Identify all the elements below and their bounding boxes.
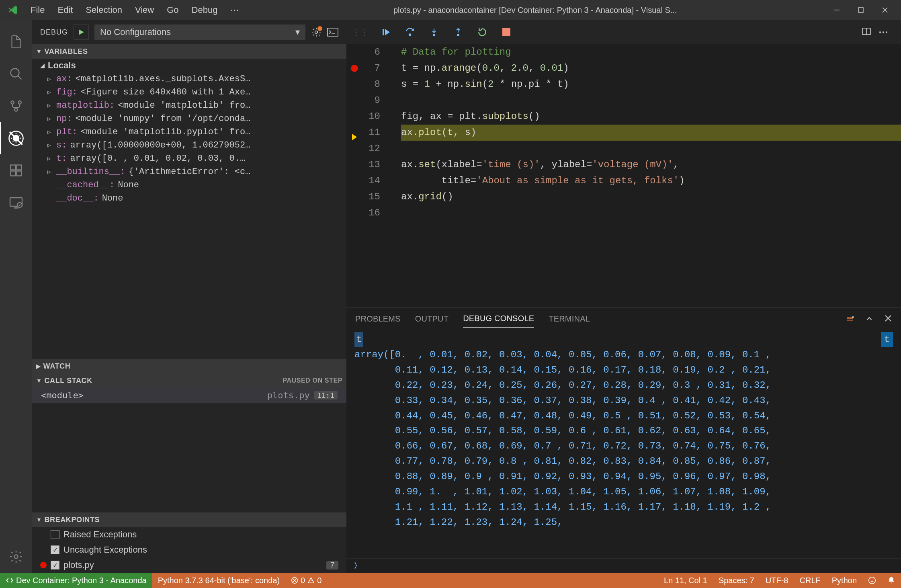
svg-point-3 bbox=[11, 101, 14, 104]
variable-row[interactable]: ▷plt: <module 'matplotlib.pyplot' fro… bbox=[32, 125, 346, 139]
variables-section-header[interactable]: ▼ VARIABLES bbox=[32, 44, 346, 59]
stop-button[interactable] bbox=[494, 20, 518, 44]
status-problems[interactable]: 0 0 bbox=[285, 573, 327, 588]
step-into-button[interactable] bbox=[422, 20, 446, 44]
console-prompt[interactable]: 〉 bbox=[346, 558, 901, 573]
menu-debug[interactable]: Debug bbox=[185, 2, 224, 18]
status-eol[interactable]: CRLF bbox=[794, 573, 826, 588]
activity-extensions[interactable] bbox=[0, 154, 32, 186]
variable-value: <matplotlib.axes._subplots.AxesS… bbox=[76, 74, 251, 84]
line-number: 6 bbox=[362, 44, 380, 60]
variable-row[interactable]: ▷fig: <Figure size 640x480 with 1 Axe… bbox=[32, 86, 346, 99]
debug-sidebar: DEBUG No Configurations ▾ ▼ VARIABLES ◢ bbox=[32, 20, 346, 573]
restart-button[interactable] bbox=[470, 20, 494, 44]
chevron-right-icon: 〉 bbox=[354, 560, 362, 571]
debug-toolbar: ⋮⋮ ⋯ bbox=[346, 20, 901, 44]
close-button[interactable] bbox=[873, 0, 897, 20]
variable-name: plt: bbox=[56, 127, 78, 137]
status-python[interactable]: Python 3.7.3 64-bit ('base': conda) bbox=[152, 573, 285, 588]
variable-row[interactable]: ▷matplotlib: <module 'matplotlib' fro… bbox=[32, 99, 346, 112]
status-language[interactable]: Python bbox=[826, 573, 862, 588]
start-debug-button[interactable] bbox=[74, 25, 89, 40]
chevron-down-icon: ▼ bbox=[36, 377, 42, 384]
svg-rect-21 bbox=[502, 28, 510, 36]
console-input-value: t bbox=[354, 332, 363, 347]
bp-uncaught-exceptions[interactable]: Uncaught Exceptions bbox=[32, 542, 346, 557]
minimize-button[interactable] bbox=[825, 0, 849, 20]
menu-go[interactable]: Go bbox=[160, 2, 185, 18]
more-actions-button[interactable]: ⋯ bbox=[878, 27, 888, 38]
status-remote[interactable]: Dev Container: Python 3 - Anaconda bbox=[0, 573, 152, 588]
menu-view[interactable]: View bbox=[129, 2, 160, 18]
close-panel-button[interactable] bbox=[884, 314, 892, 323]
callstack-section-header[interactable]: ▼ CALL STACK PAUSED ON STEP bbox=[32, 373, 346, 388]
variable-row[interactable]: __cached__: None bbox=[32, 178, 346, 192]
checkbox[interactable] bbox=[51, 545, 59, 554]
tab-terminal[interactable]: TERMINAL bbox=[549, 310, 590, 328]
tab-output[interactable]: OUTPUT bbox=[415, 310, 448, 328]
callstack-frame[interactable]: <module> plots.py 11:1 bbox=[32, 388, 346, 403]
watch-section-header[interactable]: ▶ WATCH bbox=[32, 359, 346, 373]
split-editor-button[interactable] bbox=[862, 27, 871, 38]
step-over-button[interactable] bbox=[398, 20, 422, 44]
activity-remote[interactable] bbox=[0, 186, 32, 219]
line-number: 9 bbox=[362, 92, 380, 109]
debug-settings-button[interactable] bbox=[311, 27, 321, 37]
svg-point-19 bbox=[433, 34, 435, 36]
variable-row[interactable]: ▷t: array([0. , 0.01, 0.02, 0.03, 0.… bbox=[32, 152, 346, 165]
status-ln-col[interactable]: Ln 11, Col 1 bbox=[658, 573, 713, 588]
breakpoint-gutter[interactable] bbox=[346, 44, 362, 307]
activity-debug[interactable] bbox=[0, 122, 32, 154]
activity-scm[interactable] bbox=[0, 90, 32, 122]
locals-scope[interactable]: ◢ Locals bbox=[32, 59, 346, 72]
step-out-button[interactable] bbox=[446, 20, 470, 44]
menu-overflow[interactable]: ⋯ bbox=[224, 2, 246, 18]
svg-point-14 bbox=[14, 555, 18, 559]
status-feedback[interactable] bbox=[862, 573, 882, 588]
checkbox[interactable] bbox=[51, 561, 59, 570]
vscode-logo-icon bbox=[7, 4, 18, 16]
variable-value: <module 'numpy' from '/opt/conda… bbox=[76, 114, 251, 124]
expand-icon: ▷ bbox=[47, 129, 53, 135]
line-number: 10 bbox=[362, 109, 380, 125]
breakpoint-dot-icon[interactable] bbox=[351, 65, 358, 72]
breakpoints-body: Raised Exceptions Uncaught Exceptions pl… bbox=[32, 527, 346, 573]
variable-row[interactable]: __doc__: None bbox=[32, 192, 346, 205]
drag-handle-icon[interactable]: ⋮⋮ bbox=[352, 27, 368, 37]
variable-row[interactable]: ▷ax: <matplotlib.axes._subplots.AxesS… bbox=[32, 72, 346, 86]
clear-console-button[interactable] bbox=[846, 314, 854, 323]
chevron-down-icon: ◢ bbox=[40, 62, 45, 69]
menu-file[interactable]: File bbox=[24, 2, 51, 18]
status-notifications[interactable] bbox=[882, 573, 901, 588]
checkbox[interactable] bbox=[51, 530, 59, 539]
debug-config-select[interactable]: No Configurations ▾ bbox=[94, 25, 305, 40]
status-spaces[interactable]: Spaces: 7 bbox=[713, 573, 760, 588]
bp-file[interactable]: plots.py 7 bbox=[32, 557, 346, 573]
tab-debug-console[interactable]: DEBUG CONSOLE bbox=[463, 310, 534, 328]
maximize-button[interactable] bbox=[849, 0, 873, 20]
tab-problems[interactable]: PROBLEMS bbox=[355, 310, 401, 328]
debug-config-label: No Configurations bbox=[100, 27, 171, 37]
variable-row[interactable]: ▷s: array([1.00000000e+00, 1.06279052… bbox=[32, 139, 346, 152]
activity-explorer[interactable] bbox=[0, 26, 32, 58]
expand-icon: ▷ bbox=[47, 115, 53, 122]
menu-selection[interactable]: Selection bbox=[79, 2, 129, 18]
variable-name: np: bbox=[56, 114, 72, 124]
variable-name: ax: bbox=[56, 74, 72, 84]
continue-button[interactable] bbox=[374, 20, 398, 44]
bp-raised-exceptions[interactable]: Raised Exceptions bbox=[32, 527, 346, 542]
debug-console-body[interactable]: t t array([0. , 0.01, 0.02, 0.03, 0.04, … bbox=[346, 330, 901, 558]
collapse-panel-button[interactable] bbox=[865, 314, 874, 323]
code-editor[interactable]: 678910111213141516 # Data for plotting t… bbox=[346, 44, 901, 307]
variable-row[interactable]: ▷np: <module 'numpy' from '/opt/conda… bbox=[32, 112, 346, 125]
status-encoding[interactable]: UTF-8 bbox=[760, 573, 794, 588]
variable-row[interactable]: ▷__builtins__: {'ArithmeticError': <c… bbox=[32, 165, 346, 178]
expand-icon: ▷ bbox=[47, 142, 53, 149]
code-content[interactable]: # Data for plotting t = np.arange(0.0, 2… bbox=[389, 44, 901, 307]
activity-search[interactable] bbox=[0, 58, 32, 90]
menu-edit[interactable]: Edit bbox=[51, 2, 79, 18]
breakpoints-section-header[interactable]: ▼ BREAKPOINTS bbox=[32, 512, 346, 527]
debug-console-button[interactable] bbox=[327, 28, 338, 37]
line-number-gutter: 678910111213141516 bbox=[362, 44, 389, 307]
activity-settings[interactable] bbox=[0, 541, 32, 573]
